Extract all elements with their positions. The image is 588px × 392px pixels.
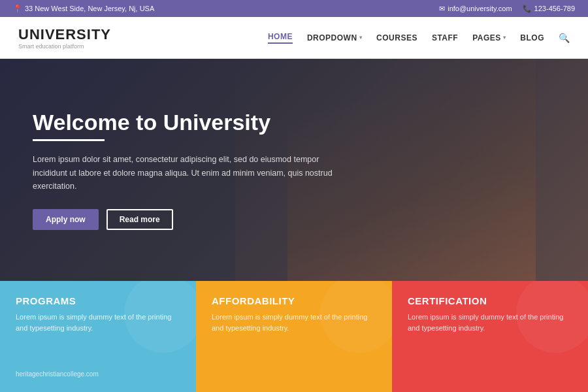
- apply-now-button[interactable]: Apply now: [33, 209, 99, 230]
- location-icon: 📍: [13, 5, 22, 13]
- feature-card-affordability: AFFORDABILITY Lorem ipsum is simply dumm…: [196, 281, 392, 392]
- email-info: ✉ info@university.com: [439, 5, 512, 13]
- feature-text-programs: Lorem ipsum is simply dummy text of the …: [16, 312, 180, 334]
- header: UNIVERSITY Smart education platform HOME…: [0, 17, 588, 59]
- feature-footer-programs: heritagechristiancollege.com: [16, 370, 180, 378]
- nav-item-staff[interactable]: STAFF: [432, 33, 458, 42]
- nav-item-courses[interactable]: COURSES: [376, 33, 417, 42]
- nav-item-blog[interactable]: BLOG: [520, 33, 544, 42]
- nav-item-home[interactable]: HOME: [268, 32, 293, 44]
- logo-tagline: Smart education platform: [18, 43, 111, 50]
- dropdown-caret: ▾: [359, 35, 363, 41]
- nav: HOME DROPDOWN ▾ COURSES STAFF PAGES ▾ BL…: [268, 32, 570, 44]
- phone-text: 123-456-789: [534, 5, 575, 12]
- feature-text-certification: Lorem ipsum is simply dummy text of the …: [408, 312, 572, 334]
- feature-title-programs: PROGRAMS: [16, 295, 180, 306]
- features-section: PROGRAMS Lorem ipsum is simply dummy tex…: [0, 281, 588, 392]
- hero-title: Welcome to University: [33, 110, 333, 135]
- email-text: info@university.com: [448, 5, 512, 12]
- hero-buttons: Apply now Read more: [33, 209, 333, 230]
- feature-card-certification: CERTIFICATION Lorem ipsum is simply dumm…: [392, 281, 588, 392]
- phone-icon: 📞: [523, 5, 532, 13]
- hero-content: Welcome to University Lorem ipsum dolor …: [0, 84, 366, 256]
- read-more-button[interactable]: Read more: [106, 209, 173, 230]
- logo-area: UNIVERSITY Smart education platform: [18, 26, 111, 50]
- phone-info: 📞 123-456-789: [523, 5, 575, 13]
- search-icon[interactable]: 🔍: [559, 33, 570, 43]
- hero-body: Lorem ipsum dolor sit amet, consectetur …: [33, 153, 333, 193]
- logo-text: UNIVERSITY: [18, 26, 111, 43]
- top-bar: 📍 33 New West Side, New Jersey, Nj, USA …: [0, 0, 588, 17]
- pages-caret: ▾: [503, 35, 506, 41]
- feature-title-certification: CERTIFICATION: [408, 295, 572, 306]
- address-info: 📍 33 New West Side, New Jersey, Nj, USA: [13, 5, 154, 13]
- feature-title-affordability: AFFORDABILITY: [212, 295, 376, 306]
- nav-item-pages[interactable]: PAGES ▾: [472, 33, 506, 42]
- address-text: 33 New West Side, New Jersey, Nj, USA: [25, 5, 154, 12]
- feature-card-programs: PROGRAMS Lorem ipsum is simply dummy tex…: [0, 281, 196, 392]
- feature-text-affordability: Lorem ipsum is simply dummy text of the …: [212, 312, 376, 334]
- hero-section: Welcome to University Lorem ipsum dolor …: [0, 59, 588, 281]
- nav-item-dropdown[interactable]: DROPDOWN ▾: [307, 33, 362, 42]
- email-icon: ✉: [439, 5, 445, 13]
- hero-underline: [33, 139, 105, 141]
